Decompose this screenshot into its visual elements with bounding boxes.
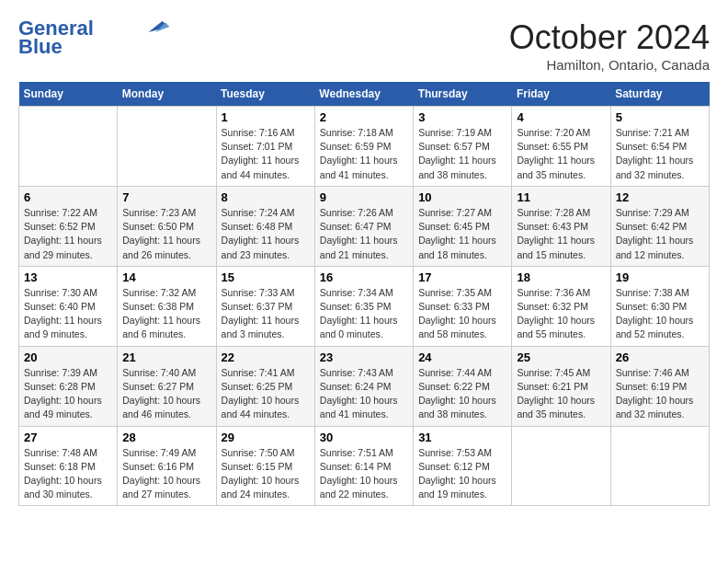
day-number: 17	[418, 270, 506, 284]
day-info: Sunrise: 7:21 AMSunset: 6:54 PMDaylight:…	[616, 126, 704, 182]
day-info: Sunrise: 7:27 AMSunset: 6:45 PMDaylight:…	[418, 206, 506, 262]
logo-blue: Blue	[18, 37, 63, 57]
day-number: 16	[320, 270, 408, 284]
calendar-cell: 20Sunrise: 7:39 AMSunset: 6:28 PMDayligh…	[19, 346, 118, 426]
calendar-cell: 13Sunrise: 7:30 AMSunset: 6:40 PMDayligh…	[19, 266, 118, 346]
day-number: 3	[418, 110, 506, 124]
calendar-week-2: 6Sunrise: 7:22 AMSunset: 6:52 PMDaylight…	[19, 186, 710, 266]
weekday-header-monday: Monday	[118, 82, 216, 107]
day-info: Sunrise: 7:28 AMSunset: 6:43 PMDaylight:…	[517, 206, 605, 262]
day-info: Sunrise: 7:51 AMSunset: 6:14 PMDaylight:…	[320, 446, 408, 502]
calendar-cell: 10Sunrise: 7:27 AMSunset: 6:45 PMDayligh…	[414, 186, 512, 266]
calendar-week-3: 13Sunrise: 7:30 AMSunset: 6:40 PMDayligh…	[19, 266, 710, 346]
calendar-cell: 11Sunrise: 7:28 AMSunset: 6:43 PMDayligh…	[512, 186, 610, 266]
day-info: Sunrise: 7:53 AMSunset: 6:12 PMDaylight:…	[418, 446, 506, 502]
page-header: General Blue October 2024 Hamilton, Onta…	[18, 18, 710, 73]
calendar-week-1: 1Sunrise: 7:16 AMSunset: 7:01 PMDaylight…	[19, 107, 710, 187]
calendar-cell: 27Sunrise: 7:48 AMSunset: 6:18 PMDayligh…	[19, 426, 118, 506]
day-info: Sunrise: 7:29 AMSunset: 6:42 PMDaylight:…	[616, 206, 704, 262]
day-info: Sunrise: 7:36 AMSunset: 6:32 PMDaylight:…	[517, 286, 605, 342]
calendar-cell	[610, 426, 709, 506]
day-number: 28	[122, 431, 210, 444]
day-info: Sunrise: 7:16 AMSunset: 7:01 PMDaylight:…	[222, 126, 310, 182]
weekday-header-wednesday: Wednesday	[314, 82, 413, 107]
day-number: 24	[418, 350, 506, 364]
day-number: 18	[517, 270, 605, 284]
calendar-week-4: 20Sunrise: 7:39 AMSunset: 6:28 PMDayligh…	[19, 346, 710, 426]
day-number: 22	[222, 350, 310, 364]
day-info: Sunrise: 7:48 AMSunset: 6:18 PMDaylight:…	[24, 446, 112, 502]
calendar-cell: 22Sunrise: 7:41 AMSunset: 6:25 PMDayligh…	[216, 346, 314, 426]
logo-icon	[142, 18, 169, 35]
day-info: Sunrise: 7:44 AMSunset: 6:22 PMDaylight:…	[418, 366, 506, 422]
day-number: 14	[122, 270, 210, 284]
calendar-cell	[512, 426, 610, 506]
location: Hamilton, Ontario, Canada	[509, 57, 710, 73]
day-number: 8	[222, 190, 310, 204]
day-info: Sunrise: 7:19 AMSunset: 6:57 PMDaylight:…	[418, 126, 506, 182]
day-info: Sunrise: 7:33 AMSunset: 6:37 PMDaylight:…	[222, 286, 310, 342]
day-info: Sunrise: 7:24 AMSunset: 6:48 PMDaylight:…	[222, 206, 310, 262]
calendar-cell: 6Sunrise: 7:22 AMSunset: 6:52 PMDaylight…	[19, 186, 118, 266]
calendar-cell: 7Sunrise: 7:23 AMSunset: 6:50 PMDaylight…	[118, 186, 216, 266]
weekday-header-row: SundayMondayTuesdayWednesdayThursdayFrid…	[19, 82, 710, 107]
day-info: Sunrise: 7:26 AMSunset: 6:47 PMDaylight:…	[320, 206, 408, 262]
weekday-header-saturday: Saturday	[610, 82, 709, 107]
day-info: Sunrise: 7:35 AMSunset: 6:33 PMDaylight:…	[418, 286, 506, 342]
calendar-cell: 14Sunrise: 7:32 AMSunset: 6:38 PMDayligh…	[118, 266, 216, 346]
day-info: Sunrise: 7:50 AMSunset: 6:15 PMDaylight:…	[222, 446, 310, 502]
calendar-cell: 31Sunrise: 7:53 AMSunset: 6:12 PMDayligh…	[414, 426, 512, 506]
month-title: October 2024	[509, 18, 710, 57]
calendar-cell: 17Sunrise: 7:35 AMSunset: 6:33 PMDayligh…	[414, 266, 512, 346]
day-number: 1	[222, 110, 310, 124]
calendar-cell	[118, 107, 216, 187]
calendar-cell: 4Sunrise: 7:20 AMSunset: 6:55 PMDaylight…	[512, 107, 610, 187]
day-number: 9	[320, 190, 408, 204]
calendar-cell: 24Sunrise: 7:44 AMSunset: 6:22 PMDayligh…	[414, 346, 512, 426]
day-info: Sunrise: 7:23 AMSunset: 6:50 PMDaylight:…	[122, 206, 210, 262]
calendar-cell: 19Sunrise: 7:38 AMSunset: 6:30 PMDayligh…	[610, 266, 709, 346]
day-number: 23	[320, 350, 408, 364]
day-info: Sunrise: 7:32 AMSunset: 6:38 PMDaylight:…	[122, 286, 210, 342]
calendar-cell	[19, 107, 118, 187]
calendar-cell: 23Sunrise: 7:43 AMSunset: 6:24 PMDayligh…	[314, 346, 413, 426]
calendar-cell: 1Sunrise: 7:16 AMSunset: 7:01 PMDaylight…	[216, 107, 314, 187]
calendar-cell: 9Sunrise: 7:26 AMSunset: 6:47 PMDaylight…	[314, 186, 413, 266]
calendar-cell: 30Sunrise: 7:51 AMSunset: 6:14 PMDayligh…	[314, 426, 413, 506]
day-number: 12	[616, 190, 704, 204]
day-number: 6	[24, 190, 112, 204]
calendar-cell: 21Sunrise: 7:40 AMSunset: 6:27 PMDayligh…	[118, 346, 216, 426]
calendar-week-5: 27Sunrise: 7:48 AMSunset: 6:18 PMDayligh…	[19, 426, 710, 506]
day-info: Sunrise: 7:18 AMSunset: 6:59 PMDaylight:…	[320, 126, 408, 182]
day-info: Sunrise: 7:30 AMSunset: 6:40 PMDaylight:…	[24, 286, 112, 342]
day-number: 15	[222, 270, 310, 284]
day-number: 11	[517, 190, 605, 204]
day-info: Sunrise: 7:22 AMSunset: 6:52 PMDaylight:…	[24, 206, 112, 262]
day-info: Sunrise: 7:45 AMSunset: 6:21 PMDaylight:…	[517, 366, 605, 422]
day-number: 10	[418, 190, 506, 204]
day-info: Sunrise: 7:40 AMSunset: 6:27 PMDaylight:…	[122, 366, 210, 422]
day-number: 25	[517, 350, 605, 364]
day-info: Sunrise: 7:49 AMSunset: 6:16 PMDaylight:…	[122, 446, 210, 502]
calendar-cell: 18Sunrise: 7:36 AMSunset: 6:32 PMDayligh…	[512, 266, 610, 346]
day-number: 31	[418, 431, 506, 444]
calendar-cell: 3Sunrise: 7:19 AMSunset: 6:57 PMDaylight…	[414, 107, 512, 187]
day-info: Sunrise: 7:39 AMSunset: 6:28 PMDaylight:…	[24, 366, 112, 422]
day-number: 27	[24, 431, 112, 444]
day-number: 4	[517, 110, 605, 124]
day-number: 26	[616, 350, 704, 364]
calendar-table: SundayMondayTuesdayWednesdayThursdayFrid…	[18, 82, 710, 506]
day-number: 21	[122, 350, 210, 364]
weekday-header-tuesday: Tuesday	[216, 82, 314, 107]
day-number: 5	[616, 110, 704, 124]
day-info: Sunrise: 7:20 AMSunset: 6:55 PMDaylight:…	[517, 126, 605, 182]
calendar-cell: 26Sunrise: 7:46 AMSunset: 6:19 PMDayligh…	[610, 346, 709, 426]
calendar-cell: 28Sunrise: 7:49 AMSunset: 6:16 PMDayligh…	[118, 426, 216, 506]
day-info: Sunrise: 7:41 AMSunset: 6:25 PMDaylight:…	[222, 366, 310, 422]
day-number: 19	[616, 270, 704, 284]
day-number: 30	[320, 431, 408, 444]
calendar-cell: 29Sunrise: 7:50 AMSunset: 6:15 PMDayligh…	[216, 426, 314, 506]
calendar-cell: 16Sunrise: 7:34 AMSunset: 6:35 PMDayligh…	[314, 266, 413, 346]
day-number: 7	[122, 190, 210, 204]
day-number: 2	[320, 110, 408, 124]
